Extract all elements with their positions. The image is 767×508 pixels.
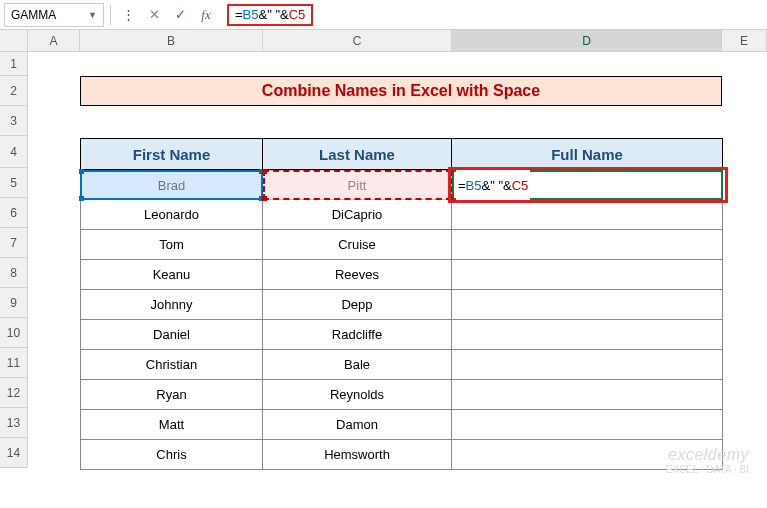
- cell-full[interactable]: [452, 350, 723, 380]
- cell-last[interactable]: DiCaprio: [263, 200, 452, 230]
- cell-last[interactable]: Depp: [263, 290, 452, 320]
- cell-last[interactable]: Cruise: [263, 230, 452, 260]
- select-all-corner[interactable]: [0, 30, 28, 51]
- name-box-text: GAMMA: [11, 8, 88, 22]
- active-cell-content: =B5&" "&C5: [456, 170, 530, 200]
- cells-area[interactable]: Combine Names in Excel with Space First …: [28, 52, 767, 468]
- formula-input[interactable]: =B5&" "&C5: [221, 3, 763, 27]
- table-row: MattDamon: [80, 410, 723, 440]
- cell-full[interactable]: [452, 290, 723, 320]
- cell-last[interactable]: Pitt: [263, 170, 452, 200]
- row-header-14[interactable]: 14: [0, 438, 28, 468]
- col-header-E[interactable]: E: [722, 30, 767, 51]
- ref1: B5: [466, 178, 482, 193]
- th-first-name: First Name: [80, 138, 263, 170]
- cell-first[interactable]: Keanu: [80, 260, 263, 290]
- row-header-3[interactable]: 3: [0, 106, 28, 136]
- cell-last[interactable]: Reynolds: [263, 380, 452, 410]
- table-row: ChristianBale: [80, 350, 723, 380]
- row-header-9[interactable]: 9: [0, 288, 28, 318]
- row-header-13[interactable]: 13: [0, 408, 28, 438]
- dots-icon[interactable]: ⋮: [117, 4, 139, 26]
- cell-last[interactable]: Hemsworth: [263, 440, 452, 470]
- table-row: KeanuReeves: [80, 260, 723, 290]
- column-headers: A B C D E: [0, 30, 767, 52]
- cell-first[interactable]: Tom: [80, 230, 263, 260]
- cell-first[interactable]: Johnny: [80, 290, 263, 320]
- table-header-row: First Name Last Name Full Name: [80, 138, 723, 170]
- row-header-8[interactable]: 8: [0, 258, 28, 288]
- ref2: C5: [512, 178, 529, 193]
- table-row: JohnnyDepp: [80, 290, 723, 320]
- watermark: exceldemy EXCEL · DATA · BI: [666, 445, 749, 476]
- watermark-tag: EXCEL · DATA · BI: [666, 464, 749, 476]
- page-title: Combine Names in Excel with Space: [80, 76, 722, 106]
- formula-ref-b5: B5: [243, 7, 259, 22]
- row-header-7[interactable]: 7: [0, 228, 28, 258]
- cell-full[interactable]: [452, 380, 723, 410]
- row-header-11[interactable]: 11: [0, 348, 28, 378]
- row-header-5[interactable]: 5: [0, 168, 28, 198]
- table-row: RyanReynolds: [80, 380, 723, 410]
- cell-last[interactable]: Bale: [263, 350, 452, 380]
- chevron-down-icon[interactable]: ▼: [88, 10, 97, 20]
- row-header-1[interactable]: 1: [0, 52, 28, 76]
- table-row: TomCruise: [80, 230, 723, 260]
- row-headers: 1 2 3 4 5 6 7 8 9 10 11 12 13 14: [0, 52, 28, 468]
- cell-last[interactable]: Reeves: [263, 260, 452, 290]
- cell-full[interactable]: [452, 200, 723, 230]
- formula-highlight: =B5&" "&C5: [227, 4, 313, 26]
- col-header-A[interactable]: A: [28, 30, 80, 51]
- row-header-10[interactable]: 10: [0, 318, 28, 348]
- cell-first[interactable]: Matt: [80, 410, 263, 440]
- row-header-6[interactable]: 6: [0, 198, 28, 228]
- cell-first[interactable]: Christian: [80, 350, 263, 380]
- cell-last[interactable]: Damon: [263, 410, 452, 440]
- cell-first[interactable]: Daniel: [80, 320, 263, 350]
- formula-bar: GAMMA ▼ ⋮ ✕ ✓ fx =B5&" "&C5: [0, 0, 767, 30]
- name-box[interactable]: GAMMA ▼: [4, 3, 104, 27]
- cell-first[interactable]: Leonardo: [80, 200, 263, 230]
- separator: [110, 5, 111, 25]
- fx-button[interactable]: fx: [195, 4, 217, 26]
- row-header-12[interactable]: 12: [0, 378, 28, 408]
- cell-first[interactable]: Chris: [80, 440, 263, 470]
- data-table: BradPitt LeonardoDiCaprio TomCruise Kean…: [80, 170, 723, 470]
- spreadsheet-grid: A B C D E 1 2 3 4 5 6 7 8 9 10 11 12 13 …: [0, 30, 767, 468]
- row-header-2[interactable]: 2: [0, 76, 28, 106]
- eq: =: [458, 178, 466, 193]
- cell-full[interactable]: [452, 230, 723, 260]
- table-row: ChrisHemsworth: [80, 440, 723, 470]
- formula-ref-c5: C5: [289, 7, 306, 22]
- row-header-4[interactable]: 4: [0, 136, 28, 168]
- th-last-name: Last Name: [263, 138, 452, 170]
- table-row: LeonardoDiCaprio: [80, 200, 723, 230]
- formula-eq: =: [235, 7, 243, 22]
- amp: &" "&: [482, 178, 512, 193]
- cell-first[interactable]: Brad: [80, 170, 263, 200]
- cell-full[interactable]: [452, 320, 723, 350]
- cell-full[interactable]: [452, 260, 723, 290]
- cell-full[interactable]: [452, 410, 723, 440]
- table-row: DanielRadcliffe: [80, 320, 723, 350]
- formula-amp: &" "&: [259, 7, 289, 22]
- cell-last[interactable]: Radcliffe: [263, 320, 452, 350]
- col-header-D[interactable]: D: [452, 30, 722, 51]
- th-full-name: Full Name: [452, 138, 723, 170]
- watermark-brand: exceldemy: [666, 445, 749, 464]
- cancel-button[interactable]: ✕: [143, 4, 165, 26]
- col-header-B[interactable]: B: [80, 30, 263, 51]
- enter-button[interactable]: ✓: [169, 4, 191, 26]
- cell-first[interactable]: Ryan: [80, 380, 263, 410]
- col-header-C[interactable]: C: [263, 30, 452, 51]
